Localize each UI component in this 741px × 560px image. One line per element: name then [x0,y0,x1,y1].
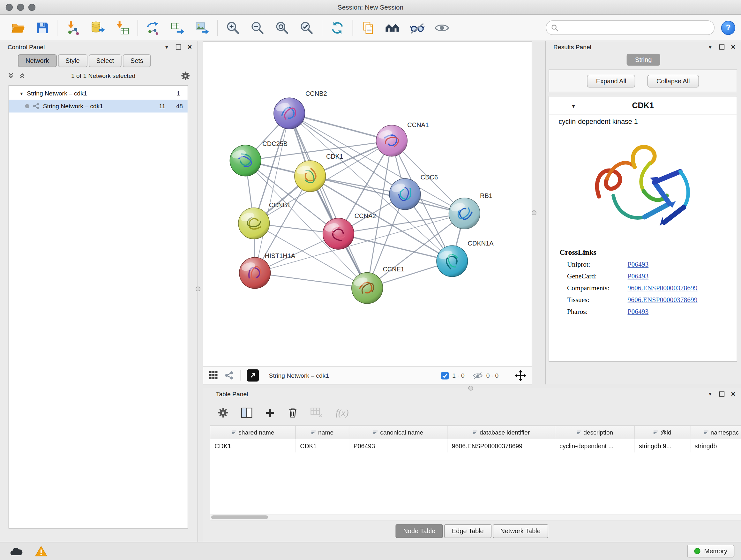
compartments-link[interactable]: 9606.ENSP00000378699 [628,284,697,292]
export-image-button[interactable] [193,18,211,37]
maximize-panel-button[interactable] [176,44,181,50]
network-node-CDC25B[interactable] [230,145,261,176]
title-bar[interactable]: Session: New Session [0,0,741,15]
zoom-in-button[interactable] [224,18,242,37]
hide-selected-button[interactable] [408,18,426,37]
column-header--id[interactable]: @id [634,426,690,439]
float-panel-button[interactable]: ▼ [164,44,169,50]
network-canvas[interactable]: CCNB2CCNA1CDC25BCDK1CDC6RB1CCNB1CCNA2CDK… [203,42,532,366]
float-panel-button[interactable]: ▼ [708,391,713,396]
column-header-database-identifier[interactable]: database identifier [448,426,555,439]
close-panel-button[interactable]: × [187,44,192,50]
import-network-file-button[interactable] [64,18,82,37]
close-window-button[interactable] [6,3,13,10]
network-node-CCNB2[interactable] [274,98,305,129]
show-all-button[interactable] [433,18,451,37]
tab-sets[interactable]: Sets [123,54,151,67]
left-splitter-handle[interactable] [196,287,200,291]
network-node-CDKN1A[interactable] [436,246,468,277]
column-header-canonical-name[interactable]: canonical name [349,426,448,439]
tissues-link[interactable]: 9606.ENSP00000378699 [628,296,697,304]
clone-network-button[interactable] [359,18,377,37]
table-cell[interactable]: cyclin-dependent ... [555,439,634,452]
network-node-CCNB1[interactable] [239,208,270,239]
genecard-link[interactable]: P06493 [628,272,649,280]
export-network-button[interactable] [144,18,162,37]
column-header-description[interactable]: description [555,426,634,439]
neighborhood-button[interactable] [384,18,401,37]
export-table-button[interactable] [169,18,187,37]
edge-CCNB2-CCNE1[interactable] [289,113,367,288]
network-node-CCNE1[interactable] [352,272,383,304]
zoom-window-button[interactable] [28,3,36,10]
table-cell[interactable]: CDK1 [295,439,349,452]
tab-edge-table[interactable]: Edge Table [444,524,491,538]
collapse-all-button[interactable]: Collapse All [648,74,699,87]
table-cell[interactable]: stringdb [690,439,741,452]
section-collapse-caret[interactable]: ▼ [571,103,576,109]
maximize-panel-button[interactable] [719,391,724,396]
table-cell[interactable]: CDK1 [210,439,295,452]
network-overview-icon[interactable] [224,371,234,380]
uniprot-link[interactable]: P06493 [628,260,649,268]
zoom-fit-button[interactable] [273,18,291,37]
network-node-CCNA1[interactable] [376,125,408,157]
edge-RB1-HIST1H1A[interactable] [255,213,465,273]
network-options-gear-icon[interactable] [181,71,190,80]
show-columns-icon[interactable] [241,408,253,418]
maximize-panel-button[interactable] [719,44,724,50]
search-field[interactable] [546,20,715,35]
memory-button[interactable]: Memory [687,545,735,557]
minimize-window-button[interactable] [17,3,24,10]
table-cell[interactable]: stringdb:9... [634,439,690,452]
scrollbar-thumb[interactable] [211,515,268,519]
table-options-gear-icon[interactable] [218,408,228,418]
help-button[interactable]: ? [721,20,735,35]
tab-style[interactable]: Style [58,54,87,67]
network-node-CDC6[interactable] [389,179,421,210]
table-cell[interactable]: P06493 [349,439,448,452]
zoom-out-button[interactable] [249,18,266,37]
pharos-link[interactable]: P06493 [628,308,649,316]
collection-expand-caret[interactable]: ▼ [19,91,23,96]
tab-string[interactable]: String [626,54,660,66]
network-row[interactable]: String Network – cdk1 11 48 [9,100,188,112]
delete-column-icon[interactable] [288,408,298,418]
pan-crosshair-icon[interactable] [515,370,526,381]
network-node-RB1[interactable] [449,198,480,229]
column-header-shared-name[interactable]: shared name [210,426,295,439]
search-input[interactable] [561,23,710,32]
protein-card-header[interactable]: ▼ CDK1 [549,97,737,115]
float-panel-button[interactable]: ▼ [708,44,713,50]
close-panel-button[interactable]: × [731,391,735,397]
expand-all-icon[interactable] [19,72,25,79]
import-table-button[interactable] [113,18,131,37]
network-collection-row[interactable]: ▼ String Network – cdk1 1 [9,87,188,100]
open-session-button[interactable] [9,18,27,37]
save-session-button[interactable] [33,18,51,37]
network-node-CCNA2[interactable] [323,218,354,249]
tab-node-table[interactable]: Node Table [396,524,443,538]
network-node-CDK1[interactable] [294,161,326,192]
edge-CCNB2-HIST1H1A[interactable] [255,113,289,273]
create-column-icon[interactable] [265,408,275,418]
table-cell[interactable]: 9606.ENSP00000378699 [448,439,555,452]
cloud-icon[interactable] [10,546,23,557]
grid-view-icon[interactable] [209,371,219,380]
middle-splitter-handle[interactable] [532,210,536,215]
tab-select[interactable]: Select [89,54,122,67]
tab-network[interactable]: Network [18,54,57,67]
network-node-HIST1H1A[interactable] [239,257,271,289]
column-header-namespac[interactable]: namespac [690,426,741,439]
import-network-database-button[interactable] [89,18,107,37]
apply-layout-button[interactable] [328,18,346,37]
tab-network-table[interactable]: Network Table [493,524,548,538]
zoom-selected-button[interactable] [298,18,316,37]
edge-CCNA2-CDKN1A[interactable] [338,234,452,261]
edge-CCNE1-HIST1H1A[interactable] [255,273,367,288]
birdseye-toggle-button[interactable] [247,369,259,382]
bottom-splitter-handle[interactable] [468,386,473,390]
column-header-name[interactable]: name [295,426,349,439]
close-panel-button[interactable]: × [731,44,735,50]
collapse-all-icon[interactable] [8,72,14,79]
